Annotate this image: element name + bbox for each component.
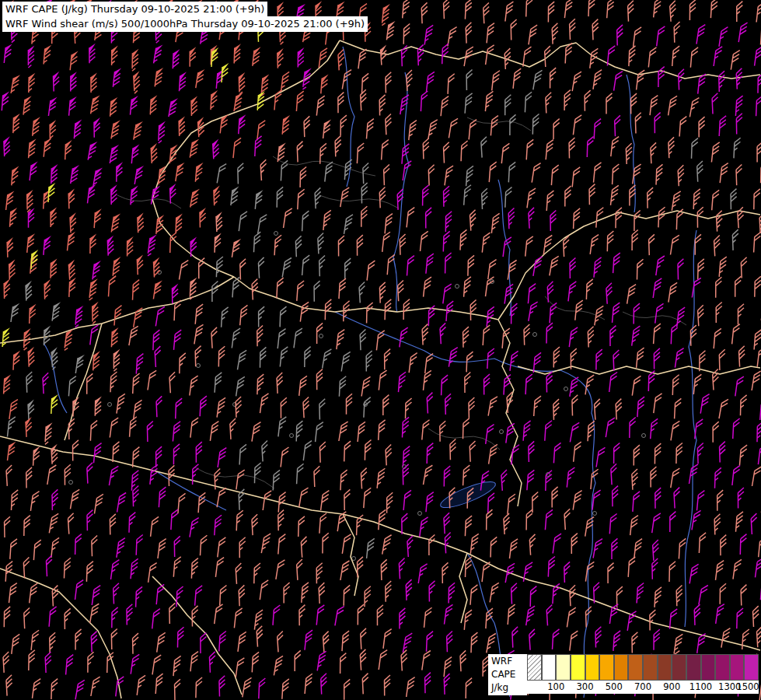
legend-tick-label: 1500 xyxy=(736,681,759,692)
legend-tick-label: 1100 xyxy=(689,681,712,692)
legend-tick-label: 700 xyxy=(634,681,651,692)
legend-swatch xyxy=(585,654,600,681)
legend-tick-labels: 100300500700900110013001500 xyxy=(527,681,759,694)
legend-model-label: WRF xyxy=(491,655,527,668)
legend-variable-label: CAPE xyxy=(491,668,527,681)
map-title-cape: WRF CAPE (J/kg) Thursday 09-10-2025 21:0… xyxy=(2,2,267,17)
legend-swatch xyxy=(701,654,716,681)
weather-map xyxy=(0,0,761,700)
legend-swatch xyxy=(556,654,571,681)
map-title-shear: WRF Wind shear (m/s) 500/1000hPa Thursda… xyxy=(2,16,368,32)
legend-swatch xyxy=(599,654,614,681)
legend-swatch xyxy=(730,654,745,681)
legend-swatch xyxy=(614,654,629,681)
map-title-cape-text: WRF CAPE (J/kg) Thursday 09-10-2025 21:0… xyxy=(5,3,264,15)
weather-map-stage: WRF CAPE (J/kg) Thursday 09-10-2025 21:0… xyxy=(0,0,761,700)
rivers-layer xyxy=(44,47,696,698)
admin-borders-layer xyxy=(117,117,686,488)
map-title-shear-text: WRF Wind shear (m/s) 500/1000hPa Thursda… xyxy=(5,18,365,30)
legend-tick-label: 900 xyxy=(663,681,680,692)
legend-label-box: WRF CAPE J/kg xyxy=(488,654,527,695)
legend-color-scale xyxy=(527,654,759,681)
legend: WRF CAPE J/kg 10030050070090011001300150… xyxy=(488,654,759,695)
legend-swatch xyxy=(542,654,557,681)
legend-swatch xyxy=(715,654,730,681)
legend-tick-label: 300 xyxy=(577,681,594,692)
city-markers-layer xyxy=(69,232,646,561)
legend-swatch xyxy=(686,654,701,681)
legend-tick-label: 500 xyxy=(606,681,623,692)
legend-swatch xyxy=(658,654,672,681)
legend-swatch xyxy=(744,654,759,681)
wind-barbs-layer xyxy=(2,0,761,700)
legend-tick-label: 100 xyxy=(547,681,564,692)
legend-units-label: J/kg xyxy=(491,681,527,695)
legend-swatch xyxy=(643,654,658,681)
legend-scale: 100300500700900110013001500 xyxy=(527,654,759,695)
legend-swatch xyxy=(571,654,585,681)
legend-swatch xyxy=(527,654,542,681)
legend-swatch xyxy=(672,654,686,681)
legend-swatch xyxy=(628,654,643,681)
